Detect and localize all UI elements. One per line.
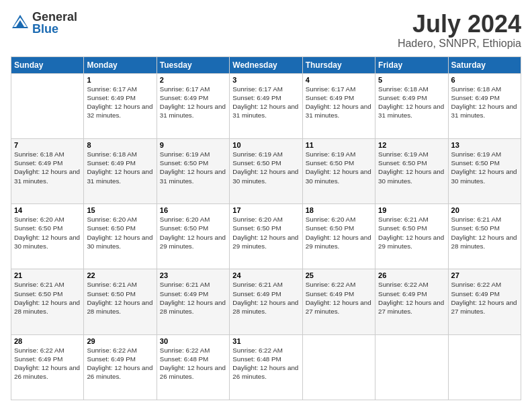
calendar-day-cell (11, 73, 84, 138)
day-number: 15 (87, 206, 153, 214)
logo-general: General (32, 11, 77, 23)
calendar-day-cell: 1Sunrise: 6:17 AMSunset: 6:49 PMDaylight… (84, 73, 157, 138)
day-number: 1 (87, 76, 153, 84)
day-number: 12 (378, 141, 445, 149)
calendar-day-cell: 25Sunrise: 6:22 AMSunset: 6:49 PMDayligh… (302, 269, 375, 334)
weekday-header-cell: Monday (84, 56, 157, 73)
day-number: 30 (160, 337, 226, 345)
calendar-day-cell: 9Sunrise: 6:19 AMSunset: 6:50 PMDaylight… (157, 138, 229, 203)
day-number: 26 (378, 271, 445, 279)
day-info: Sunrise: 6:18 AMSunset: 6:49 PMDaylight:… (87, 150, 152, 185)
day-info: Sunrise: 6:21 AMSunset: 6:50 PMDaylight:… (378, 216, 444, 250)
calendar-day-cell: 27Sunrise: 6:22 AMSunset: 6:49 PMDayligh… (448, 269, 521, 334)
day-number: 6 (451, 76, 518, 84)
day-info: Sunrise: 6:20 AMSunset: 6:50 PMDaylight:… (306, 216, 371, 250)
logo-text: General Blue (32, 11, 77, 35)
day-number: 3 (232, 76, 299, 84)
day-number: 27 (451, 271, 518, 279)
day-info: Sunrise: 6:21 AMSunset: 6:50 PMDaylight:… (451, 216, 517, 250)
day-number: 5 (378, 76, 445, 84)
calendar-day-cell: 24Sunrise: 6:21 AMSunset: 6:49 PMDayligh… (230, 269, 302, 334)
calendar-day-cell: 22Sunrise: 6:21 AMSunset: 6:50 PMDayligh… (84, 269, 157, 334)
weekday-header-cell: Friday (375, 56, 448, 73)
day-number: 25 (306, 271, 372, 279)
day-info: Sunrise: 6:18 AMSunset: 6:49 PMDaylight:… (14, 150, 80, 185)
day-number: 17 (232, 206, 299, 214)
logo: General Blue (11, 11, 77, 35)
day-number: 29 (87, 337, 153, 345)
header: General Blue July 2024 Hadero, SNNPR, Et… (11, 11, 521, 50)
calendar-day-cell: 21Sunrise: 6:21 AMSunset: 6:50 PMDayligh… (11, 269, 84, 334)
weekday-header-cell: Wednesday (230, 56, 302, 73)
day-info: Sunrise: 6:21 AMSunset: 6:49 PMDaylight:… (232, 281, 298, 315)
month-title: July 2024 (398, 11, 521, 38)
calendar-day-cell: 8Sunrise: 6:18 AMSunset: 6:49 PMDaylight… (84, 138, 157, 203)
calendar-day-cell (302, 334, 375, 400)
day-number: 9 (160, 141, 226, 149)
calendar-day-cell: 11Sunrise: 6:19 AMSunset: 6:50 PMDayligh… (302, 138, 375, 203)
day-info: Sunrise: 6:20 AMSunset: 6:50 PMDaylight:… (87, 216, 152, 250)
day-info: Sunrise: 6:21 AMSunset: 6:50 PMDaylight:… (87, 281, 152, 315)
calendar-week-row: 28Sunrise: 6:22 AMSunset: 6:49 PMDayligh… (11, 334, 521, 400)
weekday-header-cell: Tuesday (157, 56, 229, 73)
calendar-week-row: 1Sunrise: 6:17 AMSunset: 6:49 PMDaylight… (11, 73, 521, 138)
day-number: 16 (160, 206, 226, 214)
title-block: July 2024 Hadero, SNNPR, Ethiopia (398, 11, 521, 50)
day-number: 14 (14, 206, 81, 214)
day-info: Sunrise: 6:19 AMSunset: 6:50 PMDaylight:… (451, 150, 517, 185)
day-number: 28 (14, 337, 81, 345)
day-info: Sunrise: 6:20 AMSunset: 6:50 PMDaylight:… (160, 216, 226, 250)
day-number: 19 (378, 206, 445, 214)
calendar-day-cell: 26Sunrise: 6:22 AMSunset: 6:49 PMDayligh… (375, 269, 448, 334)
day-number: 23 (160, 271, 226, 279)
calendar-day-cell: 16Sunrise: 6:20 AMSunset: 6:50 PMDayligh… (157, 204, 229, 269)
logo-blue: Blue (32, 23, 77, 35)
day-number: 31 (232, 337, 299, 345)
calendar-day-cell: 12Sunrise: 6:19 AMSunset: 6:50 PMDayligh… (375, 138, 448, 203)
calendar-day-cell: 30Sunrise: 6:22 AMSunset: 6:48 PMDayligh… (157, 334, 229, 400)
calendar-day-cell: 4Sunrise: 6:17 AMSunset: 6:49 PMDaylight… (302, 73, 375, 138)
calendar-day-cell: 28Sunrise: 6:22 AMSunset: 6:49 PMDayligh… (11, 334, 84, 400)
calendar-day-cell: 5Sunrise: 6:18 AMSunset: 6:49 PMDaylight… (375, 73, 448, 138)
calendar-day-cell: 29Sunrise: 6:22 AMSunset: 6:49 PMDayligh… (84, 334, 157, 400)
day-info: Sunrise: 6:20 AMSunset: 6:50 PMDaylight:… (232, 216, 298, 250)
weekday-header-cell: Thursday (302, 56, 375, 73)
day-info: Sunrise: 6:21 AMSunset: 6:49 PMDaylight:… (160, 281, 226, 315)
calendar-day-cell: 17Sunrise: 6:20 AMSunset: 6:50 PMDayligh… (230, 204, 302, 269)
logo-icon (11, 13, 30, 32)
calendar-day-cell (448, 334, 521, 400)
day-number: 8 (87, 141, 153, 149)
calendar-day-cell: 20Sunrise: 6:21 AMSunset: 6:50 PMDayligh… (448, 204, 521, 269)
calendar-week-row: 14Sunrise: 6:20 AMSunset: 6:50 PMDayligh… (11, 204, 521, 269)
day-info: Sunrise: 6:22 AMSunset: 6:48 PMDaylight:… (232, 347, 298, 381)
calendar-day-cell: 6Sunrise: 6:18 AMSunset: 6:49 PMDaylight… (448, 73, 521, 138)
calendar-day-cell: 23Sunrise: 6:21 AMSunset: 6:49 PMDayligh… (157, 269, 229, 334)
weekday-header-cell: Saturday (448, 56, 521, 73)
weekday-header: SundayMondayTuesdayWednesdayThursdayFrid… (11, 56, 521, 73)
day-info: Sunrise: 6:22 AMSunset: 6:49 PMDaylight:… (306, 281, 371, 315)
calendar-day-cell: 7Sunrise: 6:18 AMSunset: 6:49 PMDaylight… (11, 138, 84, 203)
day-info: Sunrise: 6:18 AMSunset: 6:49 PMDaylight:… (451, 85, 517, 120)
calendar-day-cell: 18Sunrise: 6:20 AMSunset: 6:50 PMDayligh… (302, 204, 375, 269)
day-number: 13 (451, 141, 518, 149)
day-number: 20 (451, 206, 518, 214)
day-info: Sunrise: 6:22 AMSunset: 6:49 PMDaylight:… (87, 347, 152, 381)
day-number: 11 (306, 141, 372, 149)
day-info: Sunrise: 6:20 AMSunset: 6:50 PMDaylight:… (14, 216, 80, 250)
day-info: Sunrise: 6:22 AMSunset: 6:49 PMDaylight:… (378, 281, 444, 315)
day-info: Sunrise: 6:22 AMSunset: 6:49 PMDaylight:… (14, 347, 80, 381)
calendar-day-cell: 2Sunrise: 6:17 AMSunset: 6:49 PMDaylight… (157, 73, 229, 138)
day-info: Sunrise: 6:17 AMSunset: 6:49 PMDaylight:… (87, 85, 152, 120)
day-number: 22 (87, 271, 153, 279)
day-info: Sunrise: 6:22 AMSunset: 6:49 PMDaylight:… (451, 281, 517, 315)
page: General Blue July 2024 Hadero, SNNPR, Et… (0, 0, 532, 411)
calendar-week-row: 21Sunrise: 6:21 AMSunset: 6:50 PMDayligh… (11, 269, 521, 334)
day-info: Sunrise: 6:21 AMSunset: 6:50 PMDaylight:… (14, 281, 80, 315)
day-number: 4 (306, 76, 372, 84)
calendar-body: 1Sunrise: 6:17 AMSunset: 6:49 PMDaylight… (11, 73, 521, 400)
day-info: Sunrise: 6:17 AMSunset: 6:49 PMDaylight:… (306, 85, 371, 120)
day-info: Sunrise: 6:17 AMSunset: 6:49 PMDaylight:… (160, 85, 226, 120)
day-info: Sunrise: 6:22 AMSunset: 6:48 PMDaylight:… (160, 347, 226, 381)
day-number: 24 (232, 271, 299, 279)
calendar: SundayMondayTuesdayWednesdayThursdayFrid… (11, 56, 521, 400)
